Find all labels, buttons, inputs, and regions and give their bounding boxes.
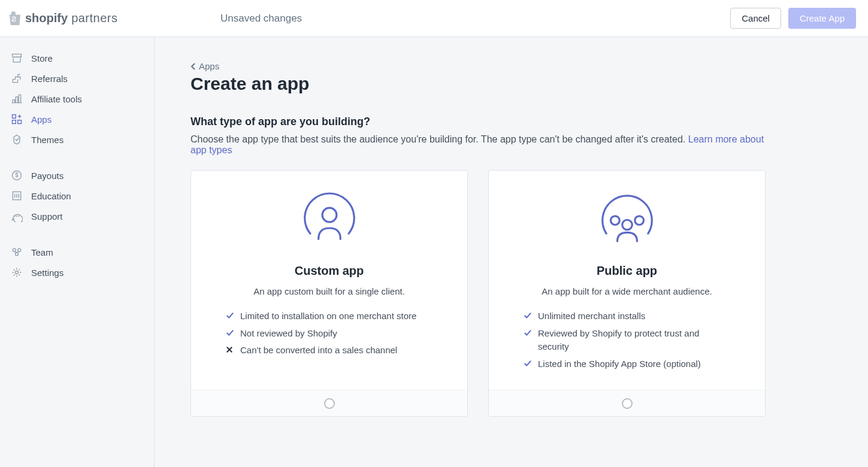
sidebar-item-label: Team — [31, 247, 53, 257]
sidebar-item-label: Payouts — [31, 171, 63, 181]
chevron-left-icon — [190, 62, 196, 71]
feature-item: Unlimited merchant installs — [524, 310, 730, 323]
card-public-app[interactable]: Public app An app built for a wide merch… — [488, 170, 766, 417]
store-icon — [11, 52, 23, 64]
logo-text: shopify — [25, 11, 68, 25]
check-icon — [226, 327, 234, 339]
unsaved-status: Unsaved changes — [220, 13, 302, 25]
svg-point-11 — [16, 271, 19, 274]
chat-icon — [11, 210, 23, 222]
single-user-icon — [297, 189, 362, 254]
shopify-bag-icon — [8, 11, 22, 26]
sidebar-item-affiliate-tools[interactable]: Affiliate tools — [0, 89, 154, 109]
check-icon — [524, 310, 532, 322]
card-custom-app[interactable]: Custom app An app custom built for a sin… — [190, 170, 468, 417]
card-subtitle: An app custom built for a single client. — [253, 286, 405, 296]
feature-list: Limited to installation on one merchant … — [209, 310, 449, 361]
svg-point-12 — [322, 208, 337, 222]
card-subtitle: An app built for a wide merchant audienc… — [542, 286, 712, 296]
sidebar: Store Referrals Affiliate tools Apps The… — [0, 37, 155, 467]
svg-point-14 — [634, 216, 643, 225]
feature-item: Listed in the Shopify App Store (optiona… — [524, 357, 730, 371]
feature-item: Can't be converted into a sales channel — [226, 344, 433, 357]
svg-rect-2 — [18, 120, 22, 124]
logo[interactable]: shopifypartners — [8, 11, 118, 26]
feature-item: Reviewed by Shopify to protect trust and… — [524, 327, 730, 354]
sidebar-item-themes[interactable]: Themes — [0, 129, 154, 150]
sidebar-item-store[interactable]: Store — [0, 48, 154, 68]
radio-public-app[interactable] — [622, 398, 633, 409]
sidebar-item-apps[interactable]: Apps — [0, 109, 154, 129]
book-icon — [11, 190, 23, 202]
sidebar-item-label: Themes — [31, 135, 63, 145]
team-icon — [11, 246, 23, 258]
svg-point-3 — [13, 171, 22, 180]
feature-item: Not reviewed by Shopify — [226, 327, 433, 341]
sidebar-item-support[interactable]: Support — [0, 206, 154, 226]
card-title: Public app — [597, 264, 657, 278]
svg-point-8 — [13, 248, 16, 251]
sidebar-item-label: Support — [31, 211, 63, 222]
sidebar-item-team[interactable]: Team — [0, 242, 154, 262]
logo-suffix: partners — [71, 11, 117, 25]
radio-custom-app[interactable] — [324, 398, 335, 409]
sidebar-item-label: Settings — [31, 268, 63, 278]
sidebar-item-settings[interactable]: Settings — [0, 262, 154, 283]
breadcrumb-label: Apps — [199, 61, 219, 71]
check-icon — [524, 327, 532, 339]
chart-icon — [11, 93, 23, 105]
svg-point-5 — [14, 216, 15, 217]
page-title: Create an app — [190, 74, 766, 94]
svg-point-10 — [16, 253, 19, 256]
dollar-icon — [11, 169, 23, 181]
svg-rect-0 — [13, 115, 16, 119]
topbar-actions: Cancel Create App — [730, 8, 856, 29]
sidebar-item-education[interactable]: Education — [0, 186, 154, 206]
sidebar-item-label: Referrals — [31, 74, 68, 84]
breadcrumb-back[interactable]: Apps — [190, 61, 219, 71]
cancel-button[interactable]: Cancel — [730, 8, 781, 29]
sidebar-item-label: Store — [31, 53, 53, 63]
section-description: Choose the app type that best suits the … — [190, 134, 766, 156]
cross-icon — [226, 344, 234, 356]
sidebar-item-label: Education — [31, 191, 71, 201]
sidebar-item-referrals[interactable]: Referrals — [0, 68, 154, 89]
sidebar-item-label: Affiliate tools — [31, 94, 82, 104]
svg-point-7 — [19, 216, 19, 217]
svg-rect-1 — [13, 120, 16, 124]
create-app-button[interactable]: Create App — [788, 8, 856, 29]
card-title: Custom app — [295, 264, 364, 278]
check-icon — [524, 357, 532, 369]
svg-point-6 — [17, 216, 17, 217]
feature-item: Limited to installation on one merchant … — [226, 310, 433, 323]
app-type-cards: Custom app An app custom built for a sin… — [190, 170, 766, 417]
section-heading: What type of app are you building? — [190, 116, 766, 128]
check-icon — [226, 310, 234, 322]
svg-point-15 — [622, 220, 632, 230]
main-content: Apps Create an app What type of app are … — [155, 37, 802, 467]
card-footer — [191, 390, 467, 416]
referrals-icon — [11, 72, 23, 84]
topbar: shopifypartners Unsaved changes Cancel C… — [0, 0, 868, 37]
svg-point-13 — [610, 216, 619, 225]
sidebar-item-label: Apps — [31, 114, 52, 125]
svg-point-9 — [18, 248, 21, 251]
feature-list: Unlimited merchant installs Reviewed by … — [507, 310, 747, 374]
sidebar-item-payouts[interactable]: Payouts — [0, 165, 154, 186]
group-users-icon — [594, 189, 660, 254]
card-footer — [489, 390, 765, 416]
apps-icon — [11, 113, 23, 125]
gear-icon — [11, 266, 23, 278]
themes-icon — [11, 134, 23, 145]
